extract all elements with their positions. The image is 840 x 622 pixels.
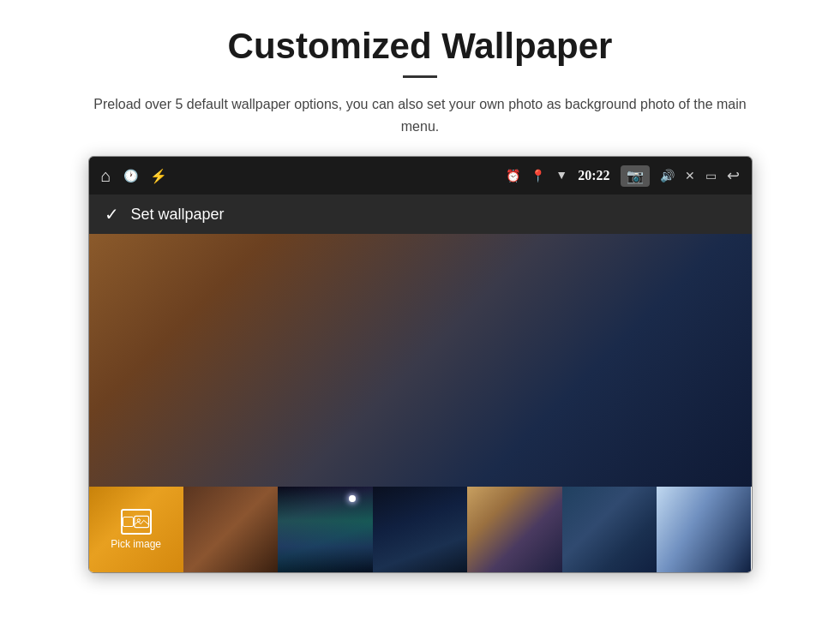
svg-point-1 — [138, 519, 141, 522]
pick-image-label: Pick image — [111, 538, 161, 550]
close-icon[interactable]: ✕ — [685, 169, 695, 183]
time-display: 20:22 — [578, 168, 609, 183]
status-bar-right: ⏰ 📍 ▼ 20:22 📷 🔊 ✕ ▭ ↩ — [506, 165, 739, 187]
clock-icon: 🕐 — [123, 169, 138, 183]
wallpaper-thumb-5[interactable] — [467, 487, 561, 572]
camera-icon[interactable]: 📷 — [621, 165, 650, 187]
home-icon[interactable]: ⌂ — [101, 166, 111, 186]
subtitle: Preload over 5 default wallpaper options… — [86, 93, 754, 137]
confirm-icon[interactable]: ✓ — [105, 204, 119, 224]
volume-icon[interactable]: 🔊 — [660, 169, 675, 183]
aurora-effect — [278, 487, 372, 572]
image-picker-svg — [134, 514, 149, 529]
location-icon: 📍 — [531, 169, 545, 183]
action-bar-title: Set wallpaper — [131, 206, 225, 224]
status-bar: ⌂ 🕐 ⚡ ⏰ 📍 ▼ 20:22 📷 🔊 ✕ ▭ ↩ — [89, 157, 752, 194]
action-bar: ✓ Set wallpaper — [89, 194, 752, 234]
wallpaper-preview — [89, 234, 752, 487]
pick-image-icon — [121, 509, 152, 535]
status-bar-left: ⌂ 🕐 ⚡ — [101, 166, 167, 186]
svg-rect-0 — [135, 517, 149, 528]
usb-icon: ⚡ — [150, 168, 167, 184]
thumbnail-strip: Pick image — [89, 487, 752, 572]
wallpaper-thumb-4[interactable] — [373, 487, 467, 572]
device-frame: ⌂ 🕐 ⚡ ⏰ 📍 ▼ 20:22 📷 🔊 ✕ ▭ ↩ ✓ Set wallpa… — [88, 156, 753, 573]
wallpaper-thumb-2[interactable] — [183, 487, 278, 572]
pick-image-thumbnail[interactable]: Pick image — [89, 487, 183, 572]
title-divider — [403, 75, 437, 78]
page-title: Customized Wallpaper — [228, 26, 613, 67]
wallpaper-thumb-7[interactable] — [657, 487, 751, 572]
wifi-icon: ▼ — [555, 169, 567, 182]
alarm-icon: ⏰ — [506, 169, 520, 183]
wallpaper-thumb-3[interactable] — [278, 487, 372, 572]
back-icon[interactable]: ↩ — [727, 166, 740, 185]
window-icon[interactable]: ▭ — [705, 169, 717, 183]
wallpaper-thumb-6[interactable] — [562, 487, 657, 572]
